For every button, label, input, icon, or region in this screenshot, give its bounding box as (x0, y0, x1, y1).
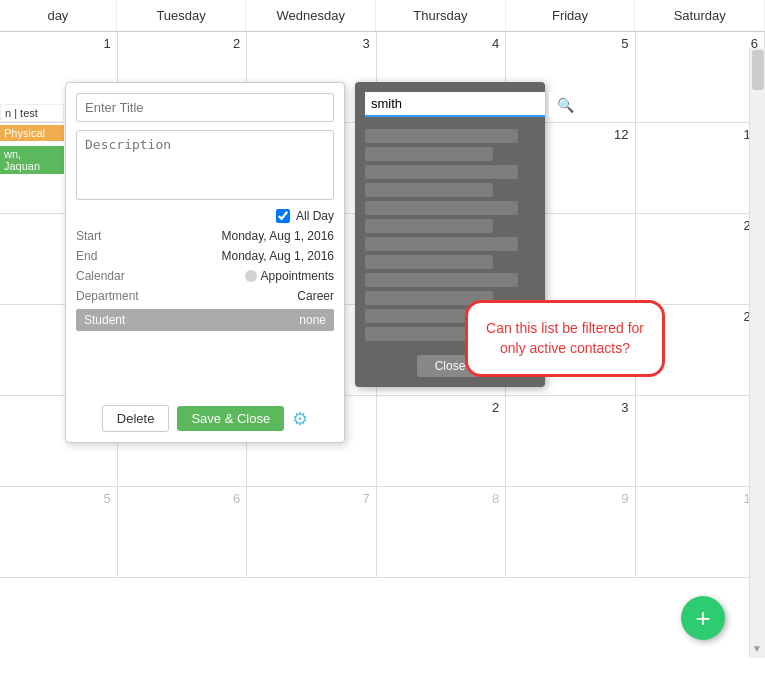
day-number: 5 (512, 36, 628, 51)
calendar-label: Calendar (76, 269, 156, 283)
cal-row-6: 5 6 7 8 9 10 (0, 487, 765, 578)
event-physical[interactable]: Physical (0, 125, 64, 141)
calendar-value: Appointments (156, 269, 334, 283)
calendar-dot-icon (245, 270, 257, 282)
event-jaquan[interactable]: wn, Jaquan (0, 146, 64, 174)
fab-button[interactable]: + (681, 596, 725, 640)
search-input[interactable] (365, 92, 545, 117)
search-result-item[interactable] (365, 183, 493, 197)
day-number: 20 (642, 218, 758, 233)
day-number: 3 (253, 36, 369, 51)
search-result-item[interactable] (365, 219, 493, 233)
header-day: day (0, 0, 117, 31)
department-row: Department Career (76, 289, 334, 303)
description-input[interactable] (76, 130, 334, 200)
search-button[interactable]: 🔍 (549, 92, 582, 117)
cal-cell-3-6[interactable]: 20 (636, 214, 765, 304)
allday-checkbox[interactable] (276, 209, 290, 223)
callout-tooltip: Can this list be filtered for only activ… (465, 300, 665, 377)
modal-footer: Delete Save & Close ⚙ (76, 405, 334, 432)
search-result-item[interactable] (365, 237, 518, 251)
start-label: Start (76, 229, 156, 243)
search-bar: 🔍 (365, 92, 535, 117)
cal-cell-6-1[interactable]: 5 (0, 487, 118, 577)
cal-cell-6-5[interactable]: 9 (506, 487, 635, 577)
allday-row: All Day (76, 209, 334, 223)
end-label: End (76, 249, 156, 263)
day-number: 10 (642, 491, 758, 506)
day-number: 6 (642, 36, 758, 51)
student-label: Student (84, 313, 125, 327)
cal-cell-5-6[interactable] (636, 396, 765, 486)
day-number: 13 (642, 127, 758, 142)
header-wednesday: Wednesday (246, 0, 376, 31)
end-row: End Monday, Aug 1, 2016 (76, 249, 334, 263)
search-result-item[interactable] (365, 201, 518, 215)
event-test[interactable]: n | test (0, 104, 64, 122)
delete-button[interactable]: Delete (102, 405, 170, 432)
cal-cell-6-4[interactable]: 8 (377, 487, 506, 577)
calendar-container: day Tuesday Wednesday Thursday Friday Sa… (0, 0, 765, 675)
start-value: Monday, Aug 1, 2016 (156, 229, 334, 243)
day-number: 4 (383, 36, 499, 51)
day-number: 8 (383, 491, 499, 506)
day-number: 9 (512, 491, 628, 506)
allday-label: All Day (296, 209, 334, 223)
day-number: 6 (124, 491, 240, 506)
search-result-item[interactable] (365, 273, 518, 287)
cal-cell-6-2[interactable]: 6 (118, 487, 247, 577)
student-row: Student none (76, 309, 334, 331)
department-value: Career (156, 289, 334, 303)
settings-button[interactable]: ⚙ (292, 408, 308, 430)
calendar-header: day Tuesday Wednesday Thursday Friday Sa… (0, 0, 765, 32)
search-result-item[interactable] (365, 147, 493, 161)
create-appointment-modal: All Day Start Monday, Aug 1, 2016 End Mo… (65, 82, 345, 443)
day-number: 5 (6, 491, 111, 506)
cal-cell-2-6[interactable]: 13 (636, 123, 765, 213)
cal-cell-6-3[interactable]: 7 (247, 487, 376, 577)
day-number: 2 (124, 36, 240, 51)
cal-cell-5-4[interactable]: 2 (377, 396, 506, 486)
day-number: 3 (512, 400, 628, 415)
cal-cell-1-6[interactable]: 6 (636, 32, 765, 122)
start-row: Start Monday, Aug 1, 2016 (76, 229, 334, 243)
day-number: 1 (6, 36, 111, 51)
calendar-row: Calendar Appointments (76, 269, 334, 283)
scrollbar[interactable]: ▼ (749, 48, 765, 658)
student-value: none (299, 313, 326, 327)
search-result-item[interactable] (365, 165, 518, 179)
title-input[interactable] (76, 93, 334, 122)
header-tuesday: Tuesday (117, 0, 247, 31)
search-result-item[interactable] (365, 255, 493, 269)
department-label: Department (76, 289, 156, 303)
header-saturday: Saturday (635, 0, 765, 31)
scrollbar-thumb[interactable] (752, 50, 764, 90)
header-thursday: Thursday (376, 0, 506, 31)
cal-cell-5-5[interactable]: 3 (506, 396, 635, 486)
callout-text: Can this list be filtered for only activ… (486, 320, 644, 356)
day-number: 7 (253, 491, 369, 506)
day-number: 2 (383, 400, 499, 415)
save-close-button[interactable]: Save & Close (177, 406, 284, 431)
cal-cell-6-6[interactable]: 10 (636, 487, 765, 577)
end-value: Monday, Aug 1, 2016 (156, 249, 334, 263)
calendar-value-text: Appointments (261, 269, 334, 283)
search-result-item[interactable] (365, 129, 518, 143)
header-friday: Friday (506, 0, 636, 31)
